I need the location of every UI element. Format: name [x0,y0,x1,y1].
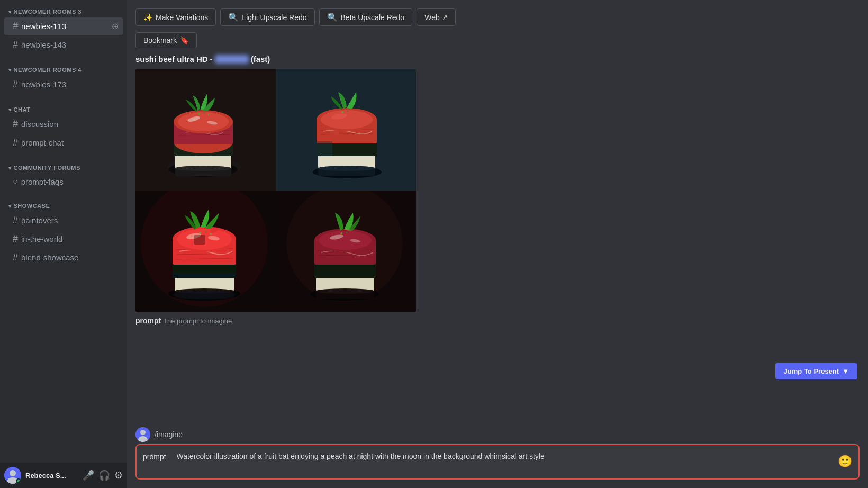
forum-icon: ○ [13,177,18,186]
section-chat[interactable]: ▾ CHAT [0,98,127,115]
svg-point-36 [321,110,373,129]
chat-area: ✨ Make Variations 🔍 Light Upscale Redo 🔍… [127,0,868,427]
svg-point-81 [316,288,374,294]
user-panel-icons: 🎤 🎧 ⚙ [83,469,123,481]
emoji-button[interactable]: 🙂 [831,445,858,478]
hash-icon: # [13,215,18,226]
image-cell-top-right[interactable] [276,69,416,191]
channel-name: prompt-chat [21,138,64,147]
sidebar-item-newbies-113[interactable]: # newbies-113 ⊕ [4,17,123,35]
prompt-input-label: prompt [137,445,173,478]
add-member-icon[interactable]: ⊕ [112,21,119,31]
bookmark-button[interactable]: Bookmark 🔖 [135,32,197,48]
sidebar-item-in-the-world[interactable]: # in-the-world [4,230,123,248]
message-input[interactable] [173,445,831,478]
prompt-title-text: sushi beef ultra HD [135,55,208,64]
hash-icon: # [13,252,18,263]
input-area: /imagine prompt 🙂 [127,427,868,488]
prompt-description-label: prompt [135,317,161,325]
image-cell-top-left[interactable] [135,69,276,191]
hash-icon: # [13,119,18,130]
sidebar-item-newbies-173[interactable]: # newbies-173 [4,76,123,93]
image-grid [135,69,416,312]
sidebar-item-prompt-faqs[interactable]: ○ prompt-faqs [4,174,123,189]
channel-name: newbies-113 [21,22,66,31]
sidebar-item-discussion[interactable]: # discussion [4,115,123,133]
svg-point-79 [346,232,348,233]
user-panel: Rebecca S... 🎤 🎧 ⚙ [0,463,127,488]
svg-point-42 [318,166,375,171]
web-button[interactable]: Web ↗ [417,8,456,26]
section-label: NEWCOMER ROOMS 3 [14,8,82,15]
prompt-title-line: sushi beef ultra HD - xxxxxxxx (fast) [135,55,860,64]
channel-name: blend-showcase [21,253,78,262]
channel-name: newbies-143 [21,40,66,49]
prompt-description-value: The prompt to imagine [163,317,232,325]
svg-point-59 [199,232,201,234]
emoji-icon: 🙂 [838,455,852,468]
svg-point-40 [347,111,349,112]
sidebar-item-prompt-chat[interactable]: # prompt-chat [4,134,123,151]
prompt-suffix: (fast) [251,55,270,64]
microphone-icon[interactable]: 🎤 [83,469,94,481]
svg-point-61 [210,233,212,235]
jump-to-present-label: Jump To Present [784,367,839,375]
hash-icon: # [13,39,18,50]
section-label: COMMUNITY FORUMS [14,165,80,171]
svg-rect-48 [173,273,236,278]
svg-point-64 [173,291,236,299]
jump-to-present-button[interactable]: Jump To Present ▼ [775,363,857,379]
chevron-icon: ▾ [8,67,12,73]
sidebar-item-blend-showcase[interactable]: # blend-showcase [4,249,123,266]
svg-point-24 [175,166,231,171]
section-community-forums[interactable]: ▾ COMMUNITY FORUMS [0,156,127,173]
web-label: Web [424,13,440,22]
image-cell-bottom-left[interactable] [135,191,276,312]
search-icon: 🔍 [228,12,239,22]
section-label: NEWCOMER ROOMS 4 [14,67,82,73]
make-variations-label: Make Variations [156,13,208,22]
chevron-icon: ▾ [8,165,12,171]
channel-name: newbies-173 [21,80,66,89]
svg-point-17 [178,112,229,131]
chevron-down-icon: ▼ [842,367,849,375]
svg-point-22 [208,114,210,116]
chevron-icon: ▾ [8,203,12,209]
username: Rebecca S... [25,472,78,480]
command-indicator: /imagine [135,427,860,442]
svg-point-1 [10,470,16,476]
bookmark-label: Bookmark [143,36,177,44]
status-dot [16,478,21,484]
svg-rect-38 [317,141,332,156]
prompt-description-line: prompt The prompt to imagine [135,317,860,325]
section-newcomer-rooms-4[interactable]: ▾ NEWCOMER ROOMS 4 [0,58,127,75]
sidebar-item-paintovers[interactable]: # paintovers [4,212,123,229]
sidebar-item-newbies-143[interactable]: # newbies-143 [4,36,123,53]
command-user-avatar [135,427,150,442]
main-content: ✨ Make Variations 🔍 Light Upscale Redo 🔍… [127,0,868,488]
avatar [4,467,21,484]
svg-point-75 [319,231,372,250]
external-link-icon: ↗ [442,13,448,21]
headphones-icon[interactable]: 🎧 [98,469,110,481]
section-showcase[interactable]: ▾ SHOWCASE [0,194,127,211]
svg-point-20 [198,113,200,115]
beta-upscale-label: Beta Upscale Redo [341,13,405,22]
section-newcomer-rooms-3[interactable]: ▾ NEWCOMER ROOMS 3 [0,0,127,17]
beta-upscale-redo-button[interactable]: 🔍 Beta Upscale Redo [319,8,413,26]
sidebar: ▾ NEWCOMER ROOMS 3 # newbies-113 ⊕ # new… [0,0,127,488]
message-input-wrapper: prompt 🙂 [135,444,860,480]
prompt-dash: - [210,55,215,64]
channel-name: prompt-faqs [21,177,64,186]
svg-point-83 [140,430,146,435]
light-upscale-redo-button[interactable]: 🔍 Light Upscale Redo [220,8,314,26]
image-cell-bottom-right[interactable] [276,191,416,312]
section-label: SHOWCASE [14,203,50,209]
svg-point-39 [341,111,343,113]
channel-name: in-the-world [21,234,62,243]
settings-icon[interactable]: ⚙ [114,469,123,481]
make-variations-button[interactable]: ✨ Make Variations [135,8,216,26]
section-label: CHAT [14,106,31,113]
svg-rect-58 [194,235,205,245]
channel-name: discussion [21,120,58,129]
